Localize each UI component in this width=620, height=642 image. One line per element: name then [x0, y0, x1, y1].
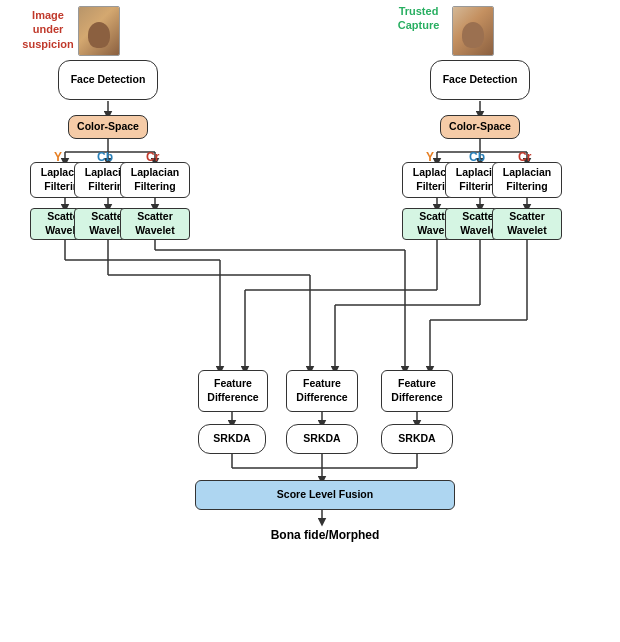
- feature-diff-3: Feature Difference: [381, 370, 453, 412]
- diagram: Imageundersuspicion TrustedCapture Face …: [0, 0, 620, 642]
- right-laplacian-cr: Laplacian Filtering: [492, 162, 562, 198]
- left-color-space: Color-Space: [68, 115, 148, 139]
- right-face-detection: Face Detection: [430, 60, 530, 100]
- left-scatter-cr: Scatter Wavelet: [120, 208, 190, 240]
- right-photo: [452, 6, 494, 56]
- srkda-3: SRKDA: [381, 424, 453, 454]
- srkda-2: SRKDA: [286, 424, 358, 454]
- left-section-label: Imageundersuspicion: [18, 8, 78, 51]
- srkda-1: SRKDA: [198, 424, 266, 454]
- score-fusion: Score Level Fusion: [195, 480, 455, 510]
- output-label: Bona fide/Morphed: [220, 524, 430, 548]
- right-scatter-cr: Scatter Wavelet: [492, 208, 562, 240]
- right-section-label: TrustedCapture: [386, 4, 451, 33]
- left-laplacian-cr: Laplacian Filtering: [120, 162, 190, 198]
- left-photo: [78, 6, 120, 56]
- feature-diff-2: Feature Difference: [286, 370, 358, 412]
- left-face-detection: Face Detection: [58, 60, 158, 100]
- feature-diff-1: Feature Difference: [198, 370, 268, 412]
- right-color-space: Color-Space: [440, 115, 520, 139]
